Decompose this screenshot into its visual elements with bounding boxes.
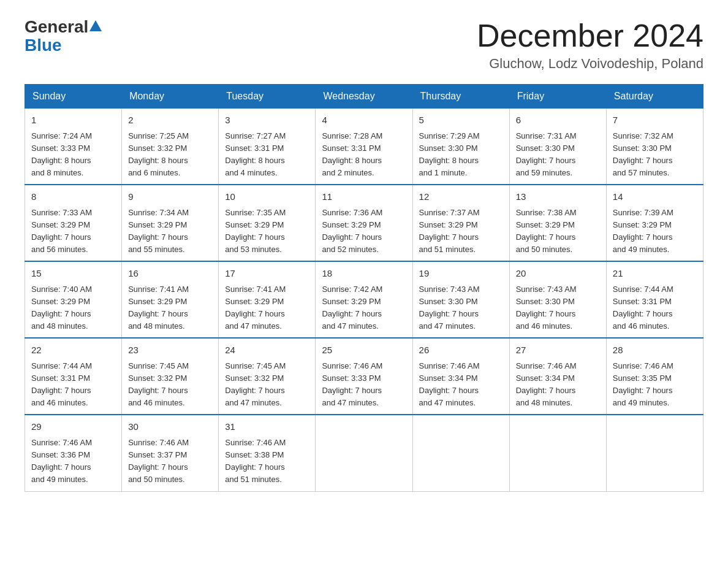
day-info: Sunrise: 7:24 AMSunset: 3:33 PMDaylight:…: [31, 130, 115, 180]
day-info: Sunrise: 7:46 AMSunset: 3:36 PMDaylight:…: [31, 437, 115, 486]
calendar-cell: 2Sunrise: 7:25 AMSunset: 3:32 PMDaylight…: [122, 109, 219, 185]
calendar-cell: [606, 415, 703, 491]
day-number: 8: [31, 190, 115, 204]
day-number: 16: [128, 267, 212, 281]
day-number: 19: [419, 267, 503, 281]
calendar-cell: 8Sunrise: 7:33 AMSunset: 3:29 PMDaylight…: [25, 185, 122, 261]
day-info: Sunrise: 7:36 AMSunset: 3:29 PMDaylight:…: [322, 207, 406, 256]
day-info: Sunrise: 7:33 AMSunset: 3:29 PMDaylight:…: [31, 207, 115, 256]
calendar-cell: 20Sunrise: 7:43 AMSunset: 3:30 PMDayligh…: [509, 261, 606, 338]
day-number: 13: [516, 190, 600, 204]
calendar-week-row: 29Sunrise: 7:46 AMSunset: 3:36 PMDayligh…: [25, 415, 703, 491]
day-number: 23: [128, 343, 212, 358]
location-subtitle: Gluchow, Lodz Voivodeship, Poland: [477, 56, 703, 72]
calendar-cell: 1Sunrise: 7:24 AMSunset: 3:33 PMDaylight…: [25, 109, 122, 185]
weekday-header-tuesday: Tuesday: [219, 85, 316, 109]
day-info: Sunrise: 7:43 AMSunset: 3:30 PMDaylight:…: [419, 283, 503, 333]
calendar-cell: [316, 415, 412, 491]
calendar-cell: 28Sunrise: 7:46 AMSunset: 3:35 PMDayligh…: [606, 338, 703, 415]
calendar-cell: 24Sunrise: 7:45 AMSunset: 3:32 PMDayligh…: [219, 338, 316, 415]
day-number: 9: [128, 190, 212, 204]
calendar-cell: 25Sunrise: 7:46 AMSunset: 3:33 PMDayligh…: [316, 338, 412, 415]
day-number: 27: [516, 343, 600, 358]
day-info: Sunrise: 7:39 AMSunset: 3:29 PMDaylight:…: [613, 207, 697, 256]
day-number: 7: [613, 113, 697, 128]
calendar-cell: 30Sunrise: 7:46 AMSunset: 3:37 PMDayligh…: [122, 415, 219, 491]
day-number: 15: [31, 267, 115, 281]
day-info: Sunrise: 7:34 AMSunset: 3:29 PMDaylight:…: [128, 207, 212, 256]
logo-general-text: General: [25, 18, 88, 36]
calendar-cell: 3Sunrise: 7:27 AMSunset: 3:31 PMDaylight…: [219, 109, 316, 185]
day-info: Sunrise: 7:43 AMSunset: 3:30 PMDaylight:…: [516, 283, 600, 333]
day-number: 11: [322, 190, 406, 204]
calendar-cell: 4Sunrise: 7:28 AMSunset: 3:31 PMDaylight…: [316, 109, 412, 185]
calendar-cell: 5Sunrise: 7:29 AMSunset: 3:30 PMDaylight…: [412, 109, 509, 185]
day-info: Sunrise: 7:46 AMSunset: 3:35 PMDaylight:…: [613, 360, 697, 410]
calendar-cell: 15Sunrise: 7:40 AMSunset: 3:29 PMDayligh…: [25, 261, 122, 338]
day-info: Sunrise: 7:38 AMSunset: 3:29 PMDaylight:…: [516, 207, 600, 256]
logo-triangle-icon: [89, 20, 102, 31]
calendar-cell: [412, 415, 509, 491]
day-number: 10: [225, 190, 309, 204]
calendar-cell: 14Sunrise: 7:39 AMSunset: 3:29 PMDayligh…: [606, 185, 703, 261]
calendar-cell: 6Sunrise: 7:31 AMSunset: 3:30 PMDaylight…: [509, 109, 606, 185]
day-number: 18: [322, 267, 406, 281]
calendar-cell: 12Sunrise: 7:37 AMSunset: 3:29 PMDayligh…: [412, 185, 509, 261]
day-info: Sunrise: 7:46 AMSunset: 3:38 PMDaylight:…: [225, 437, 309, 486]
day-info: Sunrise: 7:46 AMSunset: 3:37 PMDaylight:…: [128, 437, 212, 486]
calendar-cell: 7Sunrise: 7:32 AMSunset: 3:30 PMDaylight…: [606, 109, 703, 185]
day-number: 12: [419, 190, 503, 204]
weekday-header-wednesday: Wednesday: [316, 85, 412, 109]
calendar-cell: [509, 415, 606, 491]
calendar-week-row: 8Sunrise: 7:33 AMSunset: 3:29 PMDaylight…: [25, 185, 703, 261]
calendar-cell: 17Sunrise: 7:41 AMSunset: 3:29 PMDayligh…: [219, 261, 316, 338]
calendar-cell: 11Sunrise: 7:36 AMSunset: 3:29 PMDayligh…: [316, 185, 412, 261]
logo: General Blue: [25, 18, 103, 55]
day-number: 6: [516, 113, 600, 128]
day-number: 1: [31, 113, 115, 128]
day-info: Sunrise: 7:45 AMSunset: 3:32 PMDaylight:…: [225, 360, 309, 410]
day-number: 2: [128, 113, 212, 128]
weekday-header-friday: Friday: [509, 85, 606, 109]
day-info: Sunrise: 7:28 AMSunset: 3:31 PMDaylight:…: [322, 130, 406, 180]
calendar-cell: 18Sunrise: 7:42 AMSunset: 3:29 PMDayligh…: [316, 261, 412, 338]
calendar-week-row: 22Sunrise: 7:44 AMSunset: 3:31 PMDayligh…: [25, 338, 703, 415]
day-info: Sunrise: 7:35 AMSunset: 3:29 PMDaylight:…: [225, 207, 309, 256]
calendar-cell: 22Sunrise: 7:44 AMSunset: 3:31 PMDayligh…: [25, 338, 122, 415]
day-info: Sunrise: 7:45 AMSunset: 3:32 PMDaylight:…: [128, 360, 212, 410]
day-info: Sunrise: 7:27 AMSunset: 3:31 PMDaylight:…: [225, 130, 309, 180]
day-info: Sunrise: 7:41 AMSunset: 3:29 PMDaylight:…: [225, 283, 309, 333]
day-info: Sunrise: 7:25 AMSunset: 3:32 PMDaylight:…: [128, 130, 212, 180]
day-number: 5: [419, 113, 503, 128]
day-info: Sunrise: 7:46 AMSunset: 3:34 PMDaylight:…: [516, 360, 600, 410]
weekday-header-monday: Monday: [122, 85, 219, 109]
day-number: 31: [225, 420, 309, 434]
day-info: Sunrise: 7:44 AMSunset: 3:31 PMDaylight:…: [613, 283, 697, 333]
calendar-cell: 16Sunrise: 7:41 AMSunset: 3:29 PMDayligh…: [122, 261, 219, 338]
calendar-cell: 19Sunrise: 7:43 AMSunset: 3:30 PMDayligh…: [412, 261, 509, 338]
day-info: Sunrise: 7:46 AMSunset: 3:33 PMDaylight:…: [322, 360, 406, 410]
day-info: Sunrise: 7:44 AMSunset: 3:31 PMDaylight:…: [31, 360, 115, 410]
logo-blue-text: Blue: [25, 36, 62, 55]
weekday-header-sunday: Sunday: [25, 85, 122, 109]
day-info: Sunrise: 7:40 AMSunset: 3:29 PMDaylight:…: [31, 283, 115, 333]
day-info: Sunrise: 7:42 AMSunset: 3:29 PMDaylight:…: [322, 283, 406, 333]
day-number: 21: [613, 267, 697, 281]
page-header: General Blue December 2024 Gluchow, Lodz…: [25, 18, 703, 72]
day-number: 22: [31, 343, 115, 358]
calendar-table: SundayMondayTuesdayWednesdayThursdayFrid…: [25, 84, 703, 491]
day-number: 17: [225, 267, 309, 281]
calendar-cell: 9Sunrise: 7:34 AMSunset: 3:29 PMDaylight…: [122, 185, 219, 261]
day-info: Sunrise: 7:31 AMSunset: 3:30 PMDaylight:…: [516, 130, 600, 180]
calendar-cell: 23Sunrise: 7:45 AMSunset: 3:32 PMDayligh…: [122, 338, 219, 415]
calendar-week-row: 1Sunrise: 7:24 AMSunset: 3:33 PMDaylight…: [25, 109, 703, 185]
calendar-cell: 31Sunrise: 7:46 AMSunset: 3:38 PMDayligh…: [219, 415, 316, 491]
weekday-header-saturday: Saturday: [606, 85, 703, 109]
day-number: 4: [322, 113, 406, 128]
day-info: Sunrise: 7:32 AMSunset: 3:30 PMDaylight:…: [613, 130, 697, 180]
month-title: December 2024: [477, 18, 703, 53]
calendar-cell: 27Sunrise: 7:46 AMSunset: 3:34 PMDayligh…: [509, 338, 606, 415]
day-number: 14: [613, 190, 697, 204]
weekday-header-row: SundayMondayTuesdayWednesdayThursdayFrid…: [25, 85, 703, 109]
day-number: 29: [31, 420, 115, 434]
